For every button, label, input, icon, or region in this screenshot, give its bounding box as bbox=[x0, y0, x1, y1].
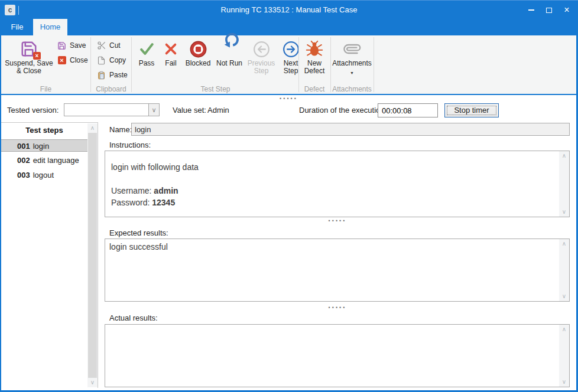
cut-label: Cut bbox=[109, 41, 121, 50]
test-steps-panel: Test steps 001login 002edit language 003… bbox=[1, 122, 98, 388]
maximize-icon bbox=[546, 8, 552, 13]
scroll-up-icon[interactable]: ∧ bbox=[559, 151, 569, 161]
actual-results-box[interactable]: ∧ ∨ bbox=[105, 324, 570, 387]
steps-scrollbar[interactable]: ∧ ∨ bbox=[87, 123, 98, 387]
ribbon-tab-row: File Home bbox=[0, 19, 578, 35]
not-run-button[interactable]: Not Run bbox=[215, 38, 243, 75]
application-window: c Running TC 133512 : Manual Test Case ×… bbox=[0, 0, 578, 392]
step-number: 002 bbox=[17, 156, 30, 165]
scroll-up-icon[interactable]: ∧ bbox=[559, 239, 569, 249]
title-bar: c Running TC 133512 : Manual Test Case × bbox=[0, 0, 578, 19]
attachments-label: Attachments bbox=[332, 60, 372, 67]
close-window-button[interactable]: × bbox=[558, 1, 576, 19]
file-small-buttons: Save × Close bbox=[57, 40, 88, 70]
instructions-scrollbar[interactable]: ∧ ∨ bbox=[559, 151, 569, 217]
instructions-text: login with following data Username: admi… bbox=[105, 151, 559, 217]
expected-scrollbar[interactable]: ∧ ∨ bbox=[559, 239, 569, 301]
actual-results-label: Actual results: bbox=[109, 313, 158, 322]
step-number: 001 bbox=[17, 142, 30, 151]
scrollbar-thumb[interactable] bbox=[88, 133, 97, 378]
close-x-glyph: × bbox=[58, 56, 66, 64]
copy-button[interactable]: Copy bbox=[96, 55, 128, 66]
ribbon-group-defect: New Defect Defect bbox=[298, 35, 330, 94]
minimize-button[interactable] bbox=[522, 1, 540, 19]
duration-input[interactable] bbox=[378, 103, 438, 117]
duration-label: Duration of the execution: bbox=[299, 106, 387, 115]
save-button[interactable]: Save bbox=[57, 40, 88, 51]
test-step-row[interactable]: 002edit language bbox=[1, 154, 87, 166]
expected-splitter-handle[interactable]: ••••• bbox=[105, 305, 570, 311]
new-defect-button[interactable]: New Defect bbox=[298, 38, 330, 75]
blocked-stop-icon bbox=[188, 38, 208, 60]
pass-check-icon bbox=[137, 38, 157, 60]
maximize-button[interactable] bbox=[540, 1, 558, 19]
expected-results-box[interactable]: login successful ∧ ∨ bbox=[105, 239, 570, 302]
close-label: Close bbox=[70, 56, 88, 64]
ribbon-group-clipboard: Cut Copy bbox=[90, 35, 132, 94]
suspend-save-close-label: Suspend, Save & Close bbox=[4, 60, 54, 75]
value-set-value: Admin bbox=[207, 106, 229, 115]
group-label-clipboard: Clipboard bbox=[90, 85, 132, 93]
fail-label: Fail bbox=[165, 60, 176, 67]
username-value: admin bbox=[154, 186, 178, 195]
password-value: 12345 bbox=[152, 198, 175, 207]
tested-version-input[interactable] bbox=[64, 104, 148, 116]
paste-button[interactable]: Paste bbox=[96, 70, 128, 80]
tab-file[interactable]: File bbox=[4, 19, 31, 35]
not-run-label: Not Run bbox=[216, 60, 242, 67]
pass-button[interactable]: Pass bbox=[135, 38, 158, 75]
blocked-button[interactable]: Blocked bbox=[183, 38, 213, 75]
group-label-file: File bbox=[1, 85, 90, 93]
execution-controls-bar: ••••• Tested version: ∨ Value set: Admin… bbox=[1, 95, 576, 121]
combobox-dropdown-icon[interactable]: ∨ bbox=[148, 104, 159, 116]
fail-button[interactable]: Fail bbox=[161, 38, 181, 75]
instructions-line: Username: admin bbox=[111, 185, 553, 197]
blank-line bbox=[111, 173, 553, 185]
attachments-button[interactable]: Attachments ▼ bbox=[330, 38, 374, 75]
group-label-test-step: Test Step bbox=[132, 85, 298, 93]
close-button[interactable]: × Close bbox=[57, 55, 88, 66]
attachments-dropdown-icon[interactable]: ▼ bbox=[350, 71, 354, 75]
pass-label: Pass bbox=[139, 60, 155, 67]
next-step-arrow-icon bbox=[281, 38, 301, 60]
group-separator bbox=[374, 37, 374, 92]
step-name-input[interactable] bbox=[131, 123, 570, 136]
new-defect-label: New Defect bbox=[298, 60, 330, 75]
name-label: Name: bbox=[109, 125, 132, 134]
scroll-down-icon[interactable]: ∨ bbox=[559, 377, 569, 387]
scroll-down-icon[interactable]: ∨ bbox=[559, 292, 569, 301]
instructions-box[interactable]: login with following data Username: admi… bbox=[105, 151, 570, 217]
actual-scrollbar[interactable]: ∧ ∨ bbox=[559, 325, 569, 387]
ribbon-group-attachments: Attachments ▼ Attachments bbox=[330, 35, 374, 94]
save-label: Save bbox=[70, 41, 86, 50]
horizontal-splitter-handle[interactable]: ••••• bbox=[1, 96, 576, 102]
group-separator bbox=[131, 37, 132, 92]
window-frame-left bbox=[0, 35, 1, 392]
window-controls: × bbox=[522, 1, 576, 19]
previous-step-button[interactable]: Previous Step bbox=[246, 38, 277, 75]
clipboard-paste-icon bbox=[96, 70, 106, 80]
paperclip-icon bbox=[342, 38, 362, 60]
username-label: Username: bbox=[111, 186, 154, 195]
scroll-up-icon[interactable]: ∧ bbox=[559, 325, 569, 334]
stop-timer-label: Stop timer bbox=[445, 104, 498, 117]
test-steps-header: Test steps bbox=[1, 124, 98, 137]
save-icon bbox=[57, 41, 67, 51]
test-step-row[interactable]: 001login bbox=[1, 139, 87, 152]
previous-step-label: Previous Step bbox=[246, 60, 277, 75]
step-number: 003 bbox=[17, 171, 30, 179]
scroll-up-icon[interactable]: ∧ bbox=[87, 123, 98, 133]
tested-version-combobox[interactable]: ∨ bbox=[64, 103, 160, 116]
ribbon: × Suspend, Save & Close Save × Clo bbox=[0, 35, 578, 95]
instructions-line: Password: 12345 bbox=[111, 197, 553, 208]
instructions-splitter-handle[interactable]: ••••• bbox=[105, 218, 570, 224]
suspend-save-close-button[interactable]: × Suspend, Save & Close bbox=[4, 38, 54, 75]
group-label-attachments: Attachments bbox=[330, 85, 374, 93]
stop-timer-button[interactable]: Stop timer bbox=[444, 103, 499, 117]
scroll-down-icon[interactable]: ∨ bbox=[559, 207, 569, 217]
step-title: login bbox=[33, 142, 49, 151]
tab-home[interactable]: Home bbox=[33, 19, 67, 35]
scroll-down-icon[interactable]: ∨ bbox=[87, 378, 98, 387]
cut-button[interactable]: Cut bbox=[96, 40, 128, 51]
test-step-row[interactable]: 003logout bbox=[1, 169, 87, 181]
